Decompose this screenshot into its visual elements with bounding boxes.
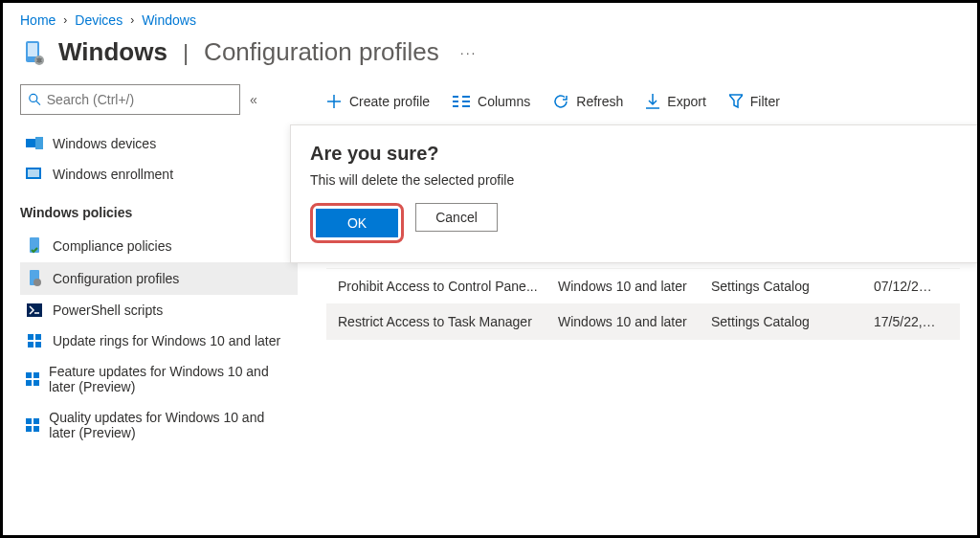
breadcrumb-devices[interactable]: Devices xyxy=(75,12,122,28)
cell-modified: 07/12/21, 10:51 pm xyxy=(874,279,948,294)
columns-button[interactable]: Columns xyxy=(453,94,530,109)
cell-type: Settings Catalog xyxy=(711,279,874,294)
ok-button[interactable]: OK xyxy=(316,209,398,237)
tool-label: Refresh xyxy=(576,94,623,109)
profiles-icon xyxy=(26,270,43,287)
svg-rect-22 xyxy=(33,418,39,424)
download-icon xyxy=(646,94,659,109)
sidebar-heading-policies: Windows policies xyxy=(20,190,298,230)
sidebar-item-label: Quality updates for Windows 10 and later… xyxy=(49,410,292,440)
cell-platform: Windows 10 and later xyxy=(558,314,711,329)
svg-rect-24 xyxy=(33,426,39,432)
search-icon xyxy=(29,93,41,106)
cell-type: Settings Catalog xyxy=(711,314,874,329)
table-row[interactable]: Restrict Access to Task Manager Windows … xyxy=(326,304,960,340)
table-row[interactable]: Prohibit Access to Control Pane... Windo… xyxy=(326,269,960,304)
svg-rect-14 xyxy=(35,334,41,340)
create-profile-button[interactable]: Create profile xyxy=(326,94,430,109)
page-subtitle: Configuration profiles xyxy=(204,37,439,67)
confirm-dialog: Are you sure? This will delete the selec… xyxy=(290,124,979,263)
windows-update-icon xyxy=(26,372,39,386)
chevron-right-icon: › xyxy=(63,13,67,27)
powershell-icon xyxy=(26,303,43,317)
search-input[interactable] xyxy=(47,92,232,107)
tool-label: Create profile xyxy=(349,94,430,109)
sidebar-item-feature-updates[interactable]: Feature updates for Windows 10 and later… xyxy=(20,356,298,402)
title-divider: | xyxy=(183,39,189,66)
svg-rect-18 xyxy=(33,372,39,378)
svg-rect-20 xyxy=(33,380,39,386)
cell-modified: 17/5/22, 11:56 am xyxy=(874,314,948,329)
svg-rect-19 xyxy=(26,380,32,386)
search-input-wrap[interactable] xyxy=(20,84,240,115)
more-actions-button[interactable]: ··· xyxy=(460,45,478,60)
sidebar-item-label: Windows enrollment xyxy=(53,167,173,182)
enrollment-icon xyxy=(26,168,43,181)
command-bar: Create profile Columns Refresh Export Fi… xyxy=(326,84,960,119)
breadcrumb-home[interactable]: Home xyxy=(20,12,56,28)
svg-rect-23 xyxy=(26,426,32,432)
filter-button[interactable]: Filter xyxy=(729,94,780,109)
svg-rect-15 xyxy=(28,342,33,347)
dialog-title: Are you sure? xyxy=(310,143,959,165)
svg-point-11 xyxy=(33,279,41,286)
page-title: Windows xyxy=(58,37,167,67)
sidebar-item-windows-enrollment[interactable]: Windows enrollment xyxy=(20,159,298,190)
sidebar-item-label: Compliance policies xyxy=(53,238,172,254)
devices-icon xyxy=(26,137,43,150)
windows-update-icon xyxy=(26,334,43,347)
svg-point-3 xyxy=(30,94,37,101)
sidebar-item-label: Update rings for Windows 10 and later xyxy=(53,333,280,348)
tool-label: Export xyxy=(667,94,705,109)
svg-line-4 xyxy=(36,101,40,105)
compliance-icon xyxy=(26,237,43,255)
chevron-right-icon: › xyxy=(130,13,134,27)
windows-update-icon xyxy=(26,418,39,432)
cell-name: Prohibit Access to Control Pane... xyxy=(338,279,558,294)
svg-rect-13 xyxy=(28,334,33,340)
sidebar-item-label: Configuration profiles xyxy=(53,271,179,286)
breadcrumb: Home › Devices › Windows xyxy=(20,12,960,28)
sidebar-item-label: Windows devices xyxy=(53,136,156,151)
refresh-button[interactable]: Refresh xyxy=(553,94,623,109)
plus-icon xyxy=(326,94,342,109)
sidebar-item-powershell-scripts[interactable]: PowerShell scripts xyxy=(20,295,298,325)
svg-rect-1 xyxy=(28,43,37,56)
svg-rect-17 xyxy=(26,372,32,378)
tool-label: Columns xyxy=(478,94,530,109)
cell-platform: Windows 10 and later xyxy=(558,279,711,294)
sidebar-item-label: PowerShell scripts xyxy=(53,303,163,318)
sidebar-item-update-rings[interactable]: Update rings for Windows 10 and later xyxy=(20,325,298,356)
ok-button-highlight: OK xyxy=(310,203,404,243)
sidebar-item-configuration-profiles[interactable]: Configuration profiles xyxy=(20,262,298,295)
windows-device-icon xyxy=(20,39,47,66)
filter-icon xyxy=(729,94,743,109)
sidebar: « Windows devices Windows enrollment Win… xyxy=(20,84,298,448)
svg-rect-21 xyxy=(26,418,32,424)
collapse-sidebar-button[interactable]: « xyxy=(250,92,257,107)
tool-label: Filter xyxy=(750,94,780,109)
svg-rect-8 xyxy=(28,169,39,177)
svg-rect-16 xyxy=(35,342,41,347)
export-button[interactable]: Export xyxy=(646,94,705,109)
cell-name: Restrict Access to Task Manager xyxy=(338,314,558,329)
sidebar-item-label: Feature updates for Windows 10 and later… xyxy=(49,364,292,394)
refresh-icon xyxy=(553,94,568,109)
svg-rect-6 xyxy=(35,137,43,149)
sidebar-item-compliance-policies[interactable]: Compliance policies xyxy=(20,230,298,262)
main-panel: Create profile Columns Refresh Export Fi… xyxy=(298,84,960,448)
page-title-bar: Windows | Configuration profiles ··· xyxy=(20,37,960,67)
cancel-button[interactable]: Cancel xyxy=(415,203,498,232)
dialog-message: This will delete the selected profile xyxy=(310,172,959,188)
sidebar-item-quality-updates[interactable]: Quality updates for Windows 10 and later… xyxy=(20,402,298,448)
sidebar-item-windows-devices[interactable]: Windows devices xyxy=(20,128,298,159)
columns-icon xyxy=(453,95,470,108)
breadcrumb-windows[interactable]: Windows xyxy=(142,12,196,28)
